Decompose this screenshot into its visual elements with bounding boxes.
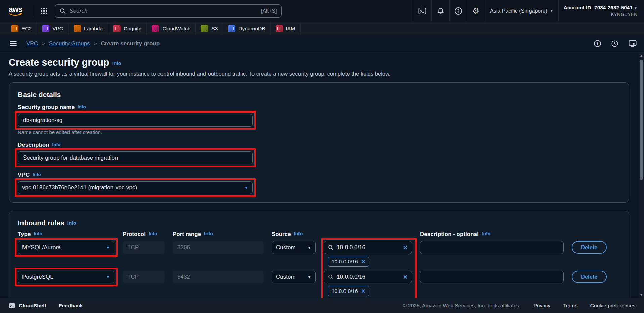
- source-info-link[interactable]: Info: [294, 231, 303, 236]
- top-navigation: aws [Alt+S] ? ⚙ Asia Pacific (Singapore)…: [0, 0, 644, 22]
- rules-header-row: TypeInfo ProtocolInfo Port rangeInfo Sou…: [18, 231, 620, 238]
- inbound-info-link[interactable]: Info: [67, 220, 76, 226]
- description-input[interactable]: [18, 151, 253, 164]
- favorite-label: EC2: [21, 26, 32, 32]
- vpc-select-value: vpc-0186c73b76e6e21d1 (migration-vpc-vpc…: [22, 184, 137, 191]
- favorite-vpc[interactable]: VPC: [37, 22, 68, 35]
- breadcrumb-separator: >: [94, 41, 97, 46]
- footer-cookie-preferences-link[interactable]: Cookie preferences: [590, 303, 635, 309]
- layout-button[interactable]: [628, 39, 637, 48]
- history-button[interactable]: [610, 39, 619, 48]
- description-info-link[interactable]: Info: [482, 231, 491, 236]
- breadcrumb-security-groups[interactable]: Security Groups: [49, 40, 90, 47]
- account-username: KYNGUYEN: [611, 12, 637, 17]
- cognito-service-icon: [113, 25, 121, 32]
- remove-chip-icon[interactable]: ✕: [361, 288, 366, 294]
- chevron-down-icon: ▼: [307, 245, 311, 250]
- account-menu[interactable]: Account ID: 7084-2682-5041 ▼ KYNGUYEN: [558, 0, 639, 22]
- type-info-link[interactable]: Info: [34, 231, 42, 236]
- vpc-info-link[interactable]: Info: [33, 172, 41, 177]
- settings-button[interactable]: ⚙: [467, 0, 485, 22]
- clear-source-icon[interactable]: ✕: [403, 244, 408, 251]
- clear-source-icon[interactable]: ✕: [403, 274, 408, 281]
- source-search-input-2[interactable]: 10.0.0.0/16 ✕: [324, 271, 412, 283]
- source-mode-select-1[interactable]: Custom ▼: [272, 241, 316, 254]
- service-glyph: [203, 27, 206, 30]
- hamburger-menu-icon[interactable]: [8, 39, 19, 48]
- cloudshell-button[interactable]: [413, 0, 431, 22]
- description-info-link[interactable]: Info: [52, 142, 61, 147]
- scroll-down-arrow-icon[interactable]: ▼: [639, 293, 644, 297]
- cidr-chip-1-value: 10.0.0.0/16: [332, 259, 358, 265]
- annotation-description-input: [15, 148, 256, 167]
- favorite-dynamodb[interactable]: DynamoDB: [223, 22, 270, 35]
- aws-logo[interactable]: aws: [9, 6, 22, 16]
- source-search-input-1[interactable]: 10.0.0.0/16 ✕: [324, 241, 412, 254]
- inbound-rules-panel: Inbound rulesInfo TypeInfo ProtocolInfo …: [9, 211, 629, 298]
- type-select-1-value: MYSQL/Aurora: [22, 244, 61, 251]
- basic-details-panel: Basic details Security group nameInfo Na…: [9, 82, 629, 203]
- chevron-down-icon: ▼: [550, 9, 553, 13]
- protocol-value-1: TCP: [123, 241, 165, 254]
- source-mode-select-2[interactable]: Custom ▼: [272, 271, 316, 283]
- gear-icon: ⚙: [472, 7, 480, 15]
- favorite-cognito[interactable]: Cognito: [108, 22, 147, 35]
- name-info-link[interactable]: Info: [78, 104, 86, 109]
- page-header: Create security groupInfo A security gro…: [9, 57, 629, 77]
- scroll-up-arrow-icon[interactable]: ▲: [639, 54, 644, 57]
- notifications-button[interactable]: [431, 0, 449, 22]
- source-mode-1-value: Custom: [276, 244, 296, 251]
- breadcrumb-tools: i: [593, 39, 637, 48]
- delete-rule-button-1[interactable]: Delete: [572, 241, 607, 254]
- chevron-down-icon: ▼: [106, 275, 110, 279]
- port-range-value-2: 5432: [173, 271, 264, 283]
- description-field: DescriptionInfo: [18, 142, 620, 164]
- favorite-label: VPC: [52, 26, 63, 32]
- port-info-link[interactable]: Info: [204, 231, 213, 236]
- footer-terms-link[interactable]: Terms: [563, 303, 577, 309]
- favorite-cloudwatch[interactable]: CloudWatch: [147, 22, 196, 35]
- type-select-2-value: PostgreSQL: [22, 274, 53, 280]
- rule-description-input-1[interactable]: [420, 241, 564, 254]
- delete-rule-button-2[interactable]: Delete: [572, 271, 607, 283]
- search-input[interactable]: [69, 8, 257, 14]
- remove-chip-icon[interactable]: ✕: [361, 259, 366, 265]
- chevron-down-icon: ▼: [106, 245, 110, 250]
- footer-privacy-link[interactable]: Privacy: [534, 303, 551, 309]
- bell-icon: [437, 7, 444, 15]
- footer-feedback-link[interactable]: Feedback: [59, 303, 83, 309]
- favorite-iam[interactable]: IAM: [271, 22, 301, 35]
- breadcrumb-bar: VPC > Security Groups > Create security …: [0, 35, 644, 52]
- global-search[interactable]: [Alt+S]: [55, 4, 282, 18]
- vpc-field: VPCInfo vpc-0186c73b76e6e21d1 (migration…: [18, 172, 620, 194]
- security-group-name-input[interactable]: [18, 114, 253, 127]
- breadcrumb-current: Create security group: [101, 40, 160, 47]
- region-selector[interactable]: Asia Pacific (Singapore) ▼: [485, 0, 558, 22]
- favorite-lambda[interactable]: Lambda: [68, 22, 108, 35]
- breadcrumb-vpc[interactable]: VPC: [26, 40, 38, 47]
- page-info-link[interactable]: Info: [112, 61, 121, 66]
- favorite-ec2[interactable]: EC2: [6, 22, 37, 35]
- vpc-select[interactable]: vpc-0186c73b76e6e21d1 (migration-vpc-vpc…: [18, 181, 253, 194]
- favorite-s3[interactable]: S3: [196, 22, 223, 35]
- lambda-service-icon: [74, 25, 81, 32]
- protocol-info-link[interactable]: Info: [149, 231, 157, 236]
- search-icon: [328, 245, 333, 250]
- help-button[interactable]: ?: [449, 0, 467, 22]
- info-button[interactable]: i: [593, 39, 602, 48]
- breadcrumb-separator: >: [42, 41, 45, 46]
- services-grid-icon[interactable]: [38, 5, 50, 17]
- footer-cloudshell-button[interactable]: CloudShell: [9, 303, 46, 309]
- chevron-down-icon: ▼: [307, 275, 311, 279]
- source-mode-2-value: Custom: [276, 274, 296, 280]
- type-select-2[interactable]: PostgreSQL ▼: [18, 271, 114, 283]
- page-title: Create security group: [9, 57, 109, 68]
- type-select-1[interactable]: MYSQL/Aurora ▼: [18, 241, 114, 254]
- favorite-label: IAM: [286, 26, 295, 32]
- vertical-scrollbar[interactable]: ▲ ▼: [639, 52, 644, 298]
- scrollbar-thumb[interactable]: [640, 60, 643, 180]
- port-range-value-1: 3306: [173, 241, 264, 254]
- cloudshell-terminal-icon: [9, 303, 15, 309]
- vpc-label: VPCInfo: [18, 172, 620, 178]
- rule-description-input-2[interactable]: [420, 271, 564, 283]
